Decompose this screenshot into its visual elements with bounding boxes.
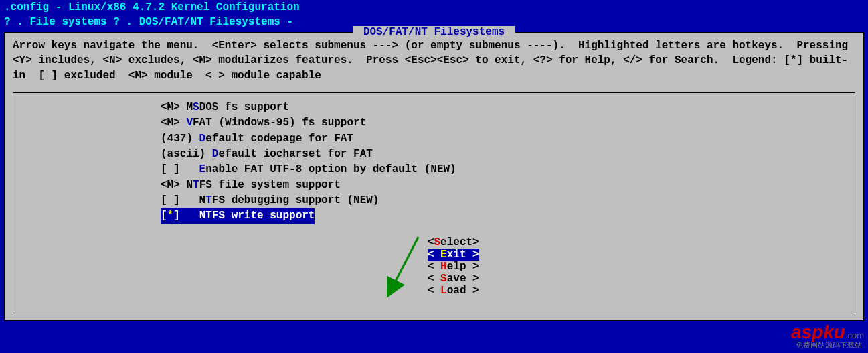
panel-title: DOS/FAT/NT Filesystems	[353, 26, 515, 38]
menu-item-fat-utf8[interactable]: [ ] Enable FAT UTF-8 option by default (…	[161, 162, 855, 178]
menu-item-iocharset[interactable]: (ascii) Default iocharset for FAT	[161, 147, 855, 162]
menu-item-msdos[interactable]: <M> MSDOS fs support	[161, 100, 855, 115]
menu-item-codepage[interactable]: (437) Default codepage for FAT	[161, 131, 855, 147]
help-text: Arrow keys navigate the menu. <Enter> se…	[5, 33, 863, 88]
button-bar: <Select> < Exit > < Help > < Save > < Lo…	[13, 224, 855, 309]
main-panel: DOS/FAT/NT Filesystems Arrow keys naviga…	[4, 32, 864, 321]
menu-item-vfat[interactable]: <M> VFAT (Windows-95) fs support	[161, 115, 855, 131]
menu-item-ntfs-write[interactable]: [*] NTFS write support	[161, 208, 315, 224]
save-button[interactable]: < Save >	[428, 273, 479, 285]
help-button[interactable]: < Help >	[428, 261, 479, 273]
menu-item-ntfs[interactable]: <M> NTFS file system support	[161, 178, 855, 193]
watermark: aspku.com 免费网站源码下载站!	[791, 322, 864, 350]
menu-panel: <M> MSDOS fs support <M> VFAT (Windows-9…	[13, 92, 855, 313]
exit-button[interactable]: < Exit >	[428, 249, 479, 261]
menu-list: <M> MSDOS fs support <M> VFAT (Windows-9…	[13, 98, 855, 224]
menu-item-ntfs-debug[interactable]: [ ] NTFS debugging support (NEW)	[161, 193, 855, 208]
select-button[interactable]: <Select>	[428, 236, 479, 249]
window-title: .config - Linux/x86 4.7.2 Kernel Configu…	[0, 0, 868, 15]
load-button[interactable]: < Load >	[428, 285, 479, 297]
